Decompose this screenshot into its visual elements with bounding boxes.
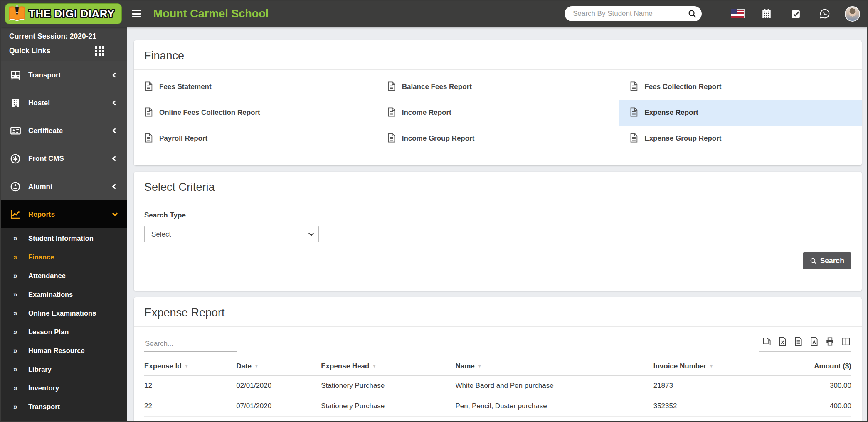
sidebar-item-hostel[interactable]: Hostel xyxy=(1,89,127,117)
search-button[interactable]: Search xyxy=(803,252,851,269)
print-icon[interactable] xyxy=(825,337,835,346)
top-header: THE DIGI DIARY Mount Carmel School xyxy=(1,1,867,27)
link-payroll-report[interactable]: Payroll Report xyxy=(134,126,377,151)
submenu-item-student-information[interactable]: »Student Information xyxy=(1,229,127,248)
submenu-item-human-resource[interactable]: »Human Resource xyxy=(1,341,127,360)
table-row[interactable]: 12 02/01/2020 Stationery Purchase White … xyxy=(144,376,851,396)
current-session-label: Current Session: 2020-21 xyxy=(9,32,118,41)
link-income-report[interactable]: Income Report xyxy=(377,100,619,126)
export-toolbar xyxy=(759,337,851,352)
link-fees-collection-report[interactable]: Fees Collection Report xyxy=(619,74,862,100)
double-chevron-icon: » xyxy=(13,328,17,336)
submenu-item-library[interactable]: »Library xyxy=(1,360,127,379)
hamburger-menu-icon[interactable] xyxy=(132,10,141,18)
submenu-item-inventory[interactable]: »Inventory xyxy=(1,379,127,397)
chevron-left-icon xyxy=(112,128,118,133)
bus-icon xyxy=(9,69,22,81)
select-criteria-title: Select Criteria xyxy=(134,172,862,201)
submenu-item-online-examinations[interactable]: »Online Examinations xyxy=(1,304,127,323)
sidebar-item-front-cms[interactable]: Front CMS xyxy=(1,145,127,173)
chevron-left-icon xyxy=(112,156,118,161)
chevron-left-icon xyxy=(112,184,118,189)
certificate-icon xyxy=(9,125,22,136)
col-expense-id[interactable]: Expense Id▼ xyxy=(144,356,236,376)
link-expense-report[interactable]: Expense Report xyxy=(619,100,862,126)
double-chevron-icon: » xyxy=(13,234,17,243)
search-type-select[interactable]: Select xyxy=(144,226,319,242)
col-amount[interactable]: Amount ($) xyxy=(767,356,851,376)
table-header-row: Expense Id▼ Date▼ Expense Head▼ Name▼ In… xyxy=(144,356,851,376)
table-row[interactable]: 8 01/01/2020 Electricity Bill State elec… xyxy=(144,417,851,422)
csv-icon[interactable] xyxy=(794,337,803,346)
search-icon[interactable] xyxy=(688,9,697,18)
col-expense-head[interactable]: Expense Head▼ xyxy=(321,356,455,376)
sort-icon: ▼ xyxy=(254,364,259,368)
double-chevron-icon: » xyxy=(13,384,17,392)
chevron-left-icon xyxy=(112,72,118,78)
submenu-item-attendance[interactable]: »Attendance xyxy=(1,267,127,285)
excel-icon[interactable] xyxy=(778,337,787,346)
logo-text: THE DIGI DIARY xyxy=(29,7,115,20)
copy-icon[interactable] xyxy=(762,337,772,346)
table-search-box xyxy=(144,337,237,352)
finance-panel: Finance Fees Statement Balance Fees Repo… xyxy=(134,40,862,165)
col-date[interactable]: Date▼ xyxy=(236,356,321,376)
expense-report-panel: Expense Report xyxy=(134,297,862,421)
double-chevron-icon: » xyxy=(13,402,17,411)
link-income-group-report[interactable]: Income Group Report xyxy=(377,126,619,151)
sidebar-item-transport[interactable]: Transport xyxy=(1,61,127,89)
submenu-item-finance[interactable]: »Finance xyxy=(1,248,127,267)
user-avatar[interactable] xyxy=(843,6,861,22)
alumni-icon xyxy=(9,181,22,192)
book-pen-logo-icon xyxy=(7,4,27,24)
columns-icon[interactable] xyxy=(841,337,851,346)
sidebar-item-alumni[interactable]: Alumni xyxy=(1,173,127,200)
document-icon xyxy=(629,107,638,118)
sidebar-main-menu: Transport Hostel Certificate xyxy=(1,61,127,228)
task-check-icon[interactable] xyxy=(787,9,805,19)
search-icon xyxy=(810,257,817,264)
document-icon xyxy=(387,133,396,144)
school-name-title: Mount Carmel School xyxy=(153,7,269,20)
quick-links-grid-icon[interactable] xyxy=(95,46,104,56)
double-chevron-icon: » xyxy=(13,271,17,280)
chevron-down-icon xyxy=(112,211,118,216)
search-type-label: Search Type xyxy=(144,211,851,220)
app-logo[interactable]: THE DIGI DIARY xyxy=(5,3,122,24)
link-fees-statement[interactable]: Fees Statement xyxy=(134,74,377,100)
col-name[interactable]: Name▼ xyxy=(455,356,653,376)
front-cms-icon xyxy=(9,153,22,164)
sort-icon: ▼ xyxy=(709,364,713,368)
student-search-input[interactable] xyxy=(573,10,688,18)
sidebar-item-certificate[interactable]: Certificate xyxy=(1,117,127,145)
reports-submenu: »Student Information »Finance »Attendanc… xyxy=(1,228,127,421)
double-chevron-icon: » xyxy=(13,365,17,374)
double-chevron-icon: » xyxy=(13,253,17,262)
expense-table: Expense Id▼ Date▼ Expense Head▼ Name▼ In… xyxy=(144,356,851,421)
calendar-icon[interactable] xyxy=(757,8,776,19)
link-expense-group-report[interactable]: Expense Group Report xyxy=(619,126,862,151)
link-online-fees-collection-report[interactable]: Online Fees Collection Report xyxy=(134,100,377,126)
session-block: Current Session: 2020-21 Quick Links xyxy=(1,27,127,61)
sort-icon: ▼ xyxy=(478,364,482,368)
document-icon xyxy=(629,81,638,93)
link-balance-fees-report[interactable]: Balance Fees Report xyxy=(377,74,619,100)
pdf-icon[interactable] xyxy=(809,337,819,346)
col-invoice-number[interactable]: Invoice Number▼ xyxy=(653,356,767,376)
finance-panel-title: Finance xyxy=(134,40,862,69)
language-flag-icon[interactable] xyxy=(728,9,747,18)
table-search-input[interactable] xyxy=(144,337,237,352)
double-chevron-icon: » xyxy=(13,290,17,299)
submenu-item-lesson-plan[interactable]: »Lesson Plan xyxy=(1,323,127,341)
double-chevron-icon: » xyxy=(13,309,17,318)
whatsapp-icon[interactable] xyxy=(816,8,834,19)
table-row[interactable]: 22 07/01/2020 Stationery Purchase Pen, P… xyxy=(144,396,851,417)
submenu-item-transport[interactable]: »Transport xyxy=(1,397,127,416)
select-criteria-panel: Select Criteria Search Type Select Searc… xyxy=(134,172,862,291)
sidebar-item-reports[interactable]: Reports xyxy=(1,200,127,228)
double-chevron-icon: » xyxy=(13,346,17,355)
sidebar: Current Session: 2020-21 Quick Links Tra… xyxy=(1,27,127,421)
sort-icon: ▼ xyxy=(372,364,376,368)
document-icon xyxy=(144,133,153,144)
submenu-item-examinations[interactable]: »Examinations xyxy=(1,285,127,304)
